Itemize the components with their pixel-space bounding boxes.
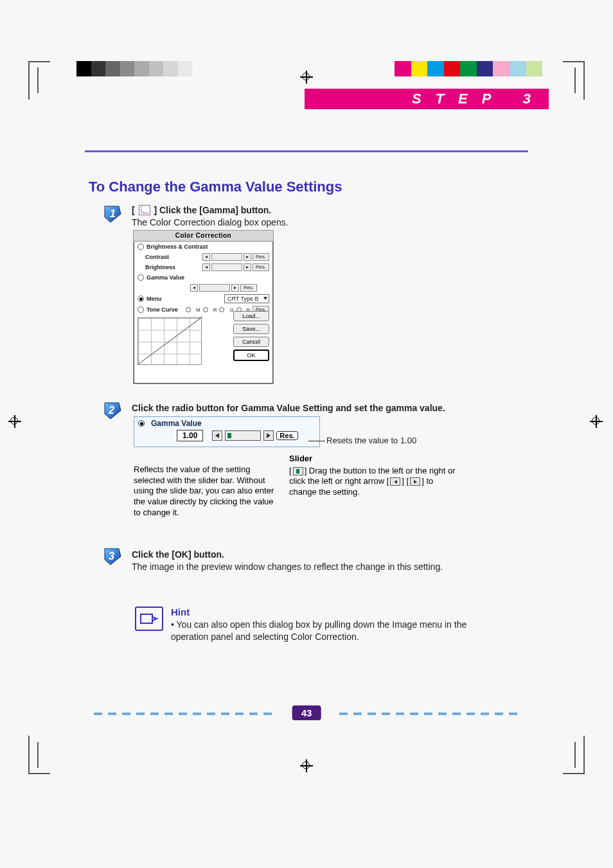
reset-button[interactable]: Res. xyxy=(240,284,257,292)
crop-mark-icon xyxy=(28,61,50,100)
svg-text:1: 1 xyxy=(110,208,116,219)
section-banner: STEP 3 xyxy=(305,89,549,109)
gamma-slider[interactable] xyxy=(225,430,261,441)
hint-body: • You can also open this dialog box by p… xyxy=(171,619,505,643)
step-number-1-icon: 1 xyxy=(103,204,122,224)
left-arrow-button[interactable]: ◂ xyxy=(202,253,210,261)
color-correction-dialog: Color Correction Brightness & Contrast C… xyxy=(133,230,274,384)
hint-title: Hint xyxy=(171,607,505,617)
right-arrow-button[interactable]: ▸ xyxy=(231,284,239,292)
reset-button[interactable]: Res. xyxy=(253,253,269,261)
radio-icon[interactable] xyxy=(138,306,144,313)
bracket: [ xyxy=(132,205,135,215)
hint-icon xyxy=(135,607,163,631)
radio-icon[interactable] xyxy=(138,296,144,302)
register-mark-icon xyxy=(300,71,313,84)
step3-instruction: Click the [OK] button. xyxy=(132,549,443,561)
right-arrow-icon xyxy=(410,477,420,486)
reset-button[interactable]: Res. xyxy=(253,263,269,271)
crop-mark-icon xyxy=(28,736,50,774)
step-1-body: [ ] Click the [Gamma] button. The Color … xyxy=(132,204,289,229)
page-number: 43 xyxy=(292,705,321,720)
register-mark-icon xyxy=(8,415,21,428)
load-button[interactable]: Load... xyxy=(233,311,269,321)
radio-icon[interactable] xyxy=(186,307,191,312)
menu-label: Menu xyxy=(147,295,162,303)
slider-heading: Slider xyxy=(289,454,456,465)
radio-icon[interactable] xyxy=(138,244,144,250)
gamma-value-label: Gamma Value xyxy=(151,419,202,428)
txt: [ xyxy=(289,466,292,475)
dialog-title: Color Correction xyxy=(134,231,273,242)
page-divider-icon xyxy=(339,713,519,715)
page-divider-icon xyxy=(94,713,274,715)
callout-line xyxy=(308,441,325,441)
register-mark-icon xyxy=(300,759,313,772)
crop-mark-icon xyxy=(563,736,585,774)
scroll-track[interactable] xyxy=(211,263,242,271)
radio-icon[interactable] xyxy=(203,307,208,312)
slider-thumb-icon xyxy=(293,467,303,475)
step3-note: The image in the preview window changes … xyxy=(132,561,443,573)
left-arrow-icon xyxy=(390,477,400,486)
gamma-value-input[interactable]: 1.00 xyxy=(177,430,203,441)
gamma-icon xyxy=(139,205,150,215)
menu-select[interactable]: CRT Type B xyxy=(224,294,269,303)
crop-mark-icon xyxy=(563,61,585,100)
svg-text:3: 3 xyxy=(109,551,114,562)
scroll-track[interactable] xyxy=(211,253,242,261)
svg-line-2 xyxy=(138,317,202,364)
reset-button[interactable]: Res. xyxy=(276,431,298,440)
txt: ] [ xyxy=(402,476,409,486)
tc-m: M xyxy=(196,307,200,313)
page-title: To Change the Gamma Value Settings xyxy=(89,179,342,195)
right-arrow-button[interactable]: ▸ xyxy=(244,253,251,261)
gray-swatches xyxy=(76,61,192,76)
left-arrow-button[interactable]: ◂ xyxy=(202,263,210,271)
left-arrow-button[interactable]: ◂ xyxy=(190,284,198,292)
right-arrow-button[interactable]: ▸ xyxy=(244,263,251,271)
gamma-value-label: Gamma Value xyxy=(147,274,184,281)
slider-thumb-icon[interactable] xyxy=(227,433,231,438)
tc-r: R xyxy=(213,307,217,313)
slider-explanation: Slider [] Drag the button to the left or… xyxy=(289,454,456,498)
value-explanation: Reflects the value of the setting select… xyxy=(134,465,281,518)
step2-instruction: Click the radio button for Gamma Value S… xyxy=(132,402,498,414)
right-arrow-button[interactable] xyxy=(263,430,274,441)
step-3-body: Click the [OK] button. The image in the … xyxy=(132,549,443,573)
tone-curve-label: Tone Curve xyxy=(147,306,178,314)
step1-note: The Color Correction dialog box opens. xyxy=(132,217,289,229)
color-swatches xyxy=(395,61,542,76)
contrast-label: Contrast xyxy=(145,253,169,261)
ok-button[interactable]: OK xyxy=(233,350,269,361)
step1-instruction: ] Click the [Gamma] button. xyxy=(154,205,271,215)
radio-icon[interactable] xyxy=(138,274,144,281)
divider xyxy=(85,150,528,152)
radio-icon[interactable] xyxy=(138,420,145,427)
reset-callout: Resets the value to 1.00 xyxy=(326,436,416,445)
left-arrow-button[interactable] xyxy=(212,430,222,441)
hint-box: Hint • You can also open this dialog box… xyxy=(135,607,546,643)
tone-curve-graph[interactable] xyxy=(138,317,202,365)
brightness-contrast-label: Brightness & Contrast xyxy=(147,243,208,251)
step-number-3-icon: 3 xyxy=(103,547,122,566)
gamma-value-panel: Gamma Value 1.00 Res. xyxy=(134,416,320,447)
svg-text:2: 2 xyxy=(108,405,114,416)
step-number-2-icon: 2 xyxy=(103,401,122,420)
register-mark-icon xyxy=(590,415,603,428)
save-button[interactable]: Save... xyxy=(233,324,269,334)
brightness-label: Brightness xyxy=(145,263,175,271)
radio-icon[interactable] xyxy=(219,307,224,312)
cancel-button[interactable]: Cancel xyxy=(233,337,269,347)
scroll-track[interactable] xyxy=(199,284,230,292)
